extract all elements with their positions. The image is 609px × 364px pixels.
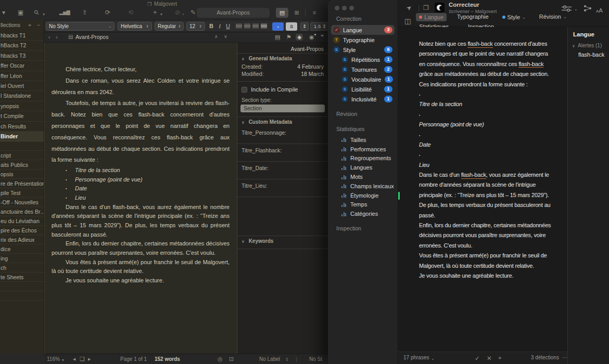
prev-doc-icon[interactable]: ◀ (73, 357, 75, 361)
link-icon[interactable]: ⊘ (175, 8, 180, 17)
paragraph[interactable]: Dans le cas d'un flash-back, vous aurez … (52, 203, 230, 240)
sidebar-toggle-icon[interactable]: ◫ (404, 17, 411, 25)
text-line[interactable]: Titre de la section (419, 101, 563, 111)
alerts-group-header[interactable]: ∨ Alertes (1) (568, 37, 609, 48)
text-line[interactable]: De plus, les temps verbaux du présent ba… (419, 202, 563, 212)
document-chip[interactable]: Avant-Propos (197, 8, 270, 18)
binder-item[interactable]: ing (0, 254, 44, 263)
binder-item[interactable]: iel Ouvert (0, 81, 44, 91)
stat-item[interactable]: Champs lexicaux (328, 181, 398, 191)
corkboard-view-button[interactable]: ⊞ (290, 8, 303, 18)
binder-item[interactable]: ch Results (0, 122, 44, 132)
tab-typographie[interactable]: Typographie (454, 12, 492, 21)
comments-tab-icon[interactable]: ❞ (321, 34, 324, 41)
correction-item[interactable]: ✓Langue3 (331, 25, 395, 35)
send-to-editor-icon[interactable]: ➤ (407, 4, 412, 11)
paragraph[interactable]: Toutefois, de temps à autre, je vous inv… (52, 98, 230, 166)
copy-correction-icon[interactable]: ❐ (423, 4, 429, 11)
binder-item[interactable]: rix des Adieux (0, 235, 44, 244)
paragraph[interactable]: Chère lectrice, Cher lecteur, (52, 64, 230, 75)
binder-item[interactable]: te Sheets (0, 272, 44, 282)
stat-item[interactable]: Étymologie (328, 191, 398, 200)
text-line[interactable]: Date (419, 141, 563, 151)
include-in-compile-row[interactable]: Include in Compile (237, 82, 328, 95)
text-line[interactable]: Ces indications prendront la forme suiva… (419, 81, 563, 91)
align-justify-button[interactable] (261, 24, 267, 29)
stat-item[interactable]: Catégories (328, 209, 398, 218)
text-line[interactable]: ▪ (419, 91, 563, 101)
paragraph[interactable]: Enfin, lors du dernier chapitre, certain… (52, 239, 230, 257)
binder-item[interactable]: opsis (0, 170, 44, 179)
panel-collapse-icon[interactable]: ▾ (2, 8, 5, 17)
corrector-text-area[interactable]: Notez bien que ces flash-back concernero… (398, 27, 567, 352)
text-line[interactable]: principale (ex. : “Treize ans plus tôt –… (419, 192, 563, 202)
font-select[interactable]: Helvetica ⇕ (118, 22, 152, 31)
custom-metadata-header[interactable]: ∨ Custom Metadata (237, 117, 328, 126)
bullet-item[interactable]: ▪Lieu (52, 193, 230, 203)
add-collection-icon[interactable]: + (28, 22, 31, 28)
page-view-button[interactable]: ▤ (276, 8, 288, 18)
search-chevron-icon[interactable]: ▾ (43, 10, 45, 19)
zoom-chevron-icon[interactable]: ▾ (62, 358, 64, 362)
filters-chevron-icon[interactable]: ⌄ (574, 7, 578, 11)
correction-item[interactable]: SVocabulaire1 (331, 74, 395, 84)
remove-collection-icon[interactable]: − (37, 22, 40, 28)
binder-item[interactable]: Binder (0, 132, 44, 141)
outline-view-button[interactable]: ≡ (308, 8, 321, 18)
custom-field-input[interactable] (237, 189, 328, 197)
custom-metadata-field[interactable]: Titre_Personnage: (237, 126, 328, 144)
style-select[interactable]: No Style ⌄ (46, 22, 115, 31)
custom-metadata-field[interactable]: Titre_Lieu: (237, 179, 328, 197)
bullet-item[interactable]: ▪Personnage (point de vue) (52, 175, 230, 185)
align-center-button[interactable] (244, 24, 250, 29)
binder-item[interactable]: ynopsis (0, 101, 44, 111)
general-metadata-header[interactable]: ∨ General Metadata (237, 53, 328, 63)
size-select[interactable]: 12 ⇕ (186, 22, 205, 31)
binder-item[interactable]: hBacks T2 (0, 41, 44, 50)
stat-item[interactable]: Mots (328, 172, 398, 181)
list-style-select[interactable]: ⌄ (272, 22, 284, 31)
binder-item[interactable]: -Off - Nouvelles (0, 198, 44, 207)
link-chevron-icon[interactable]: ▾ (182, 10, 184, 19)
text-line[interactable]: personnages et que le point de vue narra… (419, 50, 563, 60)
text-line[interactable]: Enfin, lors du dernier chapitre, certain… (419, 222, 563, 232)
ignore-icon[interactable]: ✕ (487, 355, 492, 362)
binder-item[interactable]: aits Publics (0, 160, 44, 170)
add-to-dictionary-icon[interactable]: + (498, 355, 502, 361)
text-line[interactable]: Notez bien que ces flash-back concernero… (419, 41, 563, 50)
inspection-header[interactable]: Inspection (336, 225, 398, 231)
stats-icon[interactable]: ▂▅▇ (59, 8, 70, 17)
tab-revision[interactable]: Révision⌄ (536, 12, 570, 21)
custom-metadata-field[interactable]: Titre_Date: (237, 162, 328, 179)
text-line[interactable]: Dans le cas d'un flash-back, vous aurez … (419, 172, 563, 181)
approve-icon[interactable]: ✓ (475, 355, 480, 362)
statistics-header[interactable]: Statistiques (336, 126, 398, 132)
next-doc-icon[interactable]: ▶ (88, 357, 91, 361)
revision-header[interactable]: Révision (336, 111, 398, 117)
text-line[interactable]: Personnage (point de vue) (419, 121, 563, 131)
text-line[interactable]: ▪ (419, 111, 563, 121)
close-window-button[interactable] (335, 6, 339, 10)
sync-back-icon[interactable]: ⟲ (128, 8, 133, 17)
alert-item[interactable]: flash-back (568, 48, 609, 58)
binder-item[interactable]: re de Présentation (0, 179, 44, 188)
compose-icon[interactable]: ✎ (191, 8, 196, 17)
align-left-button[interactable] (236, 24, 242, 29)
zoom-window-button[interactable] (349, 6, 354, 10)
correction-item[interactable]: SInclusivité1 (331, 94, 395, 104)
spacing-stepper[interactable]: ⇕ (300, 22, 309, 31)
synopsis-tab-icon[interactable]: ▤ (275, 34, 280, 41)
correction-item[interactable]: STournures2 (331, 64, 395, 74)
text-line[interactable]: nombre d'années séparant la scène de l'i… (419, 181, 563, 191)
collapse-down-icon[interactable]: ∨ (224, 34, 227, 39)
metadata-tab-icon[interactable]: ◈ (296, 34, 303, 41)
zoom-level[interactable]: 116% (47, 356, 60, 362)
binder-item[interactable]: dice (0, 244, 44, 254)
status-select[interactable]: No St (309, 356, 322, 362)
custom-field-input[interactable] (237, 171, 328, 179)
bullet-item[interactable]: ▪Date (52, 184, 230, 193)
section-type-select[interactable]: Section (240, 105, 325, 112)
stat-item[interactable]: Performances (328, 145, 398, 154)
binder-item[interactable]: anctuaire des Br… (0, 207, 44, 216)
binder-item[interactable]: hbacks T3 (0, 51, 44, 61)
